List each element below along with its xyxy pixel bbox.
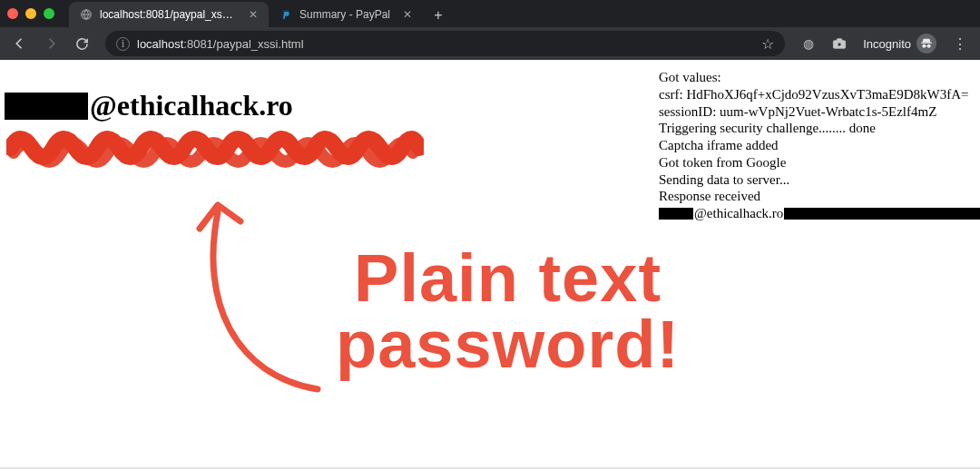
console-output: Got values: csrf: HdFhoXJ6qf+xCjdo92Vzus… — [659, 69, 980, 222]
console-line-6: Got token from Google — [659, 154, 980, 171]
toolbar-right: ◍ Incognito ⋮ — [796, 31, 973, 56]
svg-rect-3 — [838, 39, 842, 42]
tab-0-close-icon[interactable]: ✕ — [249, 8, 258, 21]
page-viewport: @ethicalhack.ro Plain text password! Got… — [0, 60, 980, 469]
annotation-arrow-icon — [181, 194, 354, 403]
console-line-5: Captcha iframe added — [659, 137, 980, 154]
svg-point-2 — [838, 43, 841, 46]
console-line-9-mid: @ethicalhack.ro — [694, 205, 783, 222]
back-button[interactable] — [7, 31, 33, 56]
globe-icon — [80, 8, 93, 21]
tab-strip: localhost:8081/paypal_xssi.html ✕ Summar… — [69, 0, 973, 27]
redaction-block — [659, 208, 693, 220]
annotation-text: Plain text password! — [336, 246, 680, 377]
tab-1-title: Summary - PayPal — [299, 8, 390, 21]
url-text: localhost:8081/paypal_xssi.html — [137, 37, 754, 51]
incognito-indicator[interactable]: Incognito — [858, 34, 942, 54]
kebab-menu-icon[interactable]: ⋮ — [947, 31, 973, 56]
console-line-7: Sending data to server... — [659, 171, 980, 189]
console-line-3: sessionID: uum-wVpNj2Vuet-Wrbatc1s-5Ezlf… — [659, 103, 980, 121]
new-tab-button[interactable]: + — [426, 4, 450, 27]
macos-titlebar: localhost:8081/paypal_xssi.html ✕ Summar… — [0, 0, 980, 27]
bookmark-star-icon[interactable]: ☆ — [761, 35, 774, 53]
tab-1[interactable]: Summary - PayPal ✕ — [269, 2, 423, 27]
window-close-button[interactable] — [7, 8, 18, 19]
console-line-2: csrf: HdFhoXJ6qf+xCjdo92VzusXvT3maE9D8kW… — [659, 86, 980, 103]
address-bar[interactable]: i localhost:8081/paypal_xssi.html ☆ — [105, 31, 785, 56]
paypal-icon — [279, 8, 292, 21]
password-scribble — [6, 125, 424, 171]
url-rest: :8081/paypal_xssi.html — [183, 37, 303, 51]
redaction-block — [5, 93, 88, 120]
leaked-email: @ethicalhack.ro — [5, 89, 293, 122]
svg-point-5 — [927, 44, 931, 48]
svg-point-4 — [922, 44, 926, 48]
window-minimize-button[interactable] — [25, 8, 36, 19]
reload-button[interactable] — [69, 31, 94, 56]
url-host: localhost — [137, 37, 183, 51]
console-line-8: Response received — [659, 188, 980, 205]
extension-1-icon[interactable]: ◍ — [796, 31, 821, 56]
console-line-4: Triggering security challenge........ do… — [659, 120, 980, 137]
incognito-label: Incognito — [863, 37, 911, 51]
forward-button[interactable] — [38, 31, 64, 56]
console-line-9: @ethicalhack.ro — [659, 205, 980, 222]
tab-0-title: localhost:8081/paypal_xssi.html — [100, 8, 236, 21]
tab-0[interactable]: localhost:8081/paypal_xssi.html ✕ — [69, 2, 269, 27]
redaction-block — [784, 208, 980, 220]
incognito-icon — [916, 34, 936, 54]
window-zoom-button[interactable] — [44, 8, 54, 19]
extension-2-icon[interactable] — [827, 31, 852, 56]
browser-toolbar: i localhost:8081/paypal_xssi.html ☆ ◍ In… — [0, 27, 980, 60]
tab-1-close-icon[interactable]: ✕ — [403, 8, 412, 21]
console-line-1: Got values: — [659, 69, 980, 86]
annotation-line-2: password! — [336, 312, 680, 378]
site-info-icon[interactable]: i — [116, 37, 130, 51]
email-domain: @ethicalhack.ro — [90, 89, 293, 122]
annotation-line-1: Plain text — [336, 246, 680, 312]
